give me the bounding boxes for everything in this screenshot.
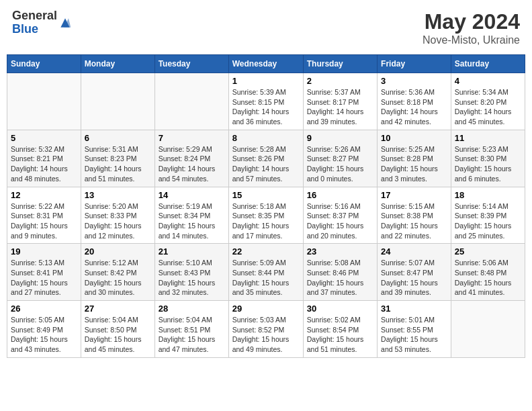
day-info: Sunrise: 5:32 AMSunset: 8:21 PMDaylight:… (11, 144, 77, 184)
day-info: Sunrise: 5:08 AMSunset: 8:46 PMDaylight:… (307, 258, 373, 298)
day-info: Sunrise: 5:39 AMSunset: 8:15 PMDaylight:… (232, 87, 300, 127)
weekday-header-wednesday: Wednesday (228, 55, 303, 73)
calendar-day-cell: 17Sunrise: 5:15 AMSunset: 8:38 PMDayligh… (378, 187, 451, 244)
title-section: May 2024 Nove-Misto, Ukraine (423, 9, 520, 46)
day-info: Sunrise: 5:13 AMSunset: 8:41 PMDaylight:… (11, 258, 77, 298)
calendar-day-cell: 14Sunrise: 5:19 AMSunset: 8:34 PMDayligh… (154, 187, 228, 244)
day-number: 9 (307, 133, 373, 143)
calendar-day-cell: 20Sunrise: 5:12 AMSunset: 8:42 PMDayligh… (81, 244, 154, 301)
calendar-day-cell: 1Sunrise: 5:39 AMSunset: 8:15 PMDaylight… (228, 73, 303, 130)
calendar-day-cell: 4Sunrise: 5:34 AMSunset: 8:20 PMDaylight… (451, 73, 525, 130)
day-info: Sunrise: 5:15 AMSunset: 8:38 PMDaylight:… (381, 201, 447, 241)
day-number: 29 (232, 304, 300, 314)
day-info: Sunrise: 5:16 AMSunset: 8:37 PMDaylight:… (307, 201, 373, 241)
calendar-day-cell: 28Sunrise: 5:04 AMSunset: 8:51 PMDayligh… (154, 301, 228, 358)
day-info: Sunrise: 5:10 AMSunset: 8:43 PMDaylight:… (159, 258, 225, 298)
calendar-table: SundayMondayTuesdayWednesdayThursdayFrid… (7, 54, 525, 358)
weekday-header-row: SundayMondayTuesdayWednesdayThursdayFrid… (7, 55, 525, 73)
day-info: Sunrise: 5:34 AMSunset: 8:20 PMDaylight:… (455, 87, 521, 127)
day-number: 15 (232, 190, 300, 200)
calendar-day-cell: 22Sunrise: 5:09 AMSunset: 8:44 PMDayligh… (228, 244, 303, 301)
calendar-day-cell: 13Sunrise: 5:20 AMSunset: 8:33 PMDayligh… (81, 187, 154, 244)
calendar-day-cell: 30Sunrise: 5:02 AMSunset: 8:54 PMDayligh… (303, 301, 377, 358)
empty-cell (154, 73, 228, 130)
day-info: Sunrise: 5:06 AMSunset: 8:48 PMDaylight:… (455, 258, 521, 298)
calendar-day-cell: 11Sunrise: 5:23 AMSunset: 8:30 PMDayligh… (451, 130, 525, 187)
empty-cell (81, 73, 154, 130)
day-info: Sunrise: 5:28 AMSunset: 8:26 PMDaylight:… (232, 144, 300, 184)
day-number: 20 (85, 246, 151, 257)
calendar-day-cell: 12Sunrise: 5:22 AMSunset: 8:31 PMDayligh… (7, 187, 81, 244)
weekday-header-thursday: Thursday (303, 55, 377, 73)
weekday-header-friday: Friday (378, 55, 451, 73)
day-number: 2 (307, 76, 373, 86)
day-number: 1 (232, 76, 300, 86)
day-info: Sunrise: 5:18 AMSunset: 8:35 PMDaylight:… (232, 201, 300, 241)
day-info: Sunrise: 5:20 AMSunset: 8:33 PMDaylight:… (85, 201, 151, 241)
day-number: 4 (455, 76, 521, 86)
logo-icon (58, 16, 72, 30)
calendar-day-cell: 18Sunrise: 5:14 AMSunset: 8:39 PMDayligh… (451, 187, 525, 244)
day-info: Sunrise: 5:09 AMSunset: 8:44 PMDaylight:… (232, 258, 300, 298)
page-header: General Blue May 2024 Nove-Misto, Ukrain… (7, 7, 525, 49)
calendar-day-cell: 29Sunrise: 5:03 AMSunset: 8:52 PMDayligh… (228, 301, 303, 358)
day-number: 14 (159, 190, 225, 200)
day-number: 13 (85, 190, 151, 200)
day-number: 7 (159, 133, 225, 143)
calendar-day-cell: 26Sunrise: 5:05 AMSunset: 8:49 PMDayligh… (7, 301, 81, 358)
calendar-day-cell: 2Sunrise: 5:37 AMSunset: 8:17 PMDaylight… (303, 73, 377, 130)
calendar-day-cell: 24Sunrise: 5:07 AMSunset: 8:47 PMDayligh… (378, 244, 451, 301)
day-number: 8 (232, 133, 300, 143)
day-number: 24 (381, 246, 447, 257)
logo-general-text: General (12, 9, 57, 23)
day-number: 26 (11, 304, 77, 314)
day-number: 11 (455, 133, 521, 143)
calendar-week-row: 12Sunrise: 5:22 AMSunset: 8:31 PMDayligh… (7, 187, 525, 244)
day-info: Sunrise: 5:14 AMSunset: 8:39 PMDaylight:… (455, 201, 521, 241)
calendar-week-row: 26Sunrise: 5:05 AMSunset: 8:49 PMDayligh… (7, 301, 525, 358)
calendar-day-cell: 16Sunrise: 5:16 AMSunset: 8:37 PMDayligh… (303, 187, 377, 244)
weekday-header-saturday: Saturday (451, 55, 525, 73)
calendar-day-cell: 7Sunrise: 5:29 AMSunset: 8:24 PMDaylight… (154, 130, 228, 187)
calendar-week-row: 19Sunrise: 5:13 AMSunset: 8:41 PMDayligh… (7, 244, 525, 301)
calendar-day-cell: 6Sunrise: 5:31 AMSunset: 8:23 PMDaylight… (81, 130, 154, 187)
day-number: 19 (11, 246, 77, 257)
day-number: 25 (455, 246, 521, 257)
day-number: 16 (307, 190, 373, 200)
calendar-day-cell: 9Sunrise: 5:26 AMSunset: 8:27 PMDaylight… (303, 130, 377, 187)
empty-cell (7, 73, 81, 130)
logo-blue-text: Blue (12, 23, 57, 36)
day-number: 12 (11, 190, 77, 200)
calendar-day-cell: 21Sunrise: 5:10 AMSunset: 8:43 PMDayligh… (154, 244, 228, 301)
day-info: Sunrise: 5:01 AMSunset: 8:55 PMDaylight:… (381, 315, 447, 355)
day-info: Sunrise: 5:04 AMSunset: 8:51 PMDaylight:… (159, 315, 225, 355)
calendar-day-cell: 8Sunrise: 5:28 AMSunset: 8:26 PMDaylight… (228, 130, 303, 187)
calendar-day-cell: 10Sunrise: 5:25 AMSunset: 8:28 PMDayligh… (378, 130, 451, 187)
calendar-day-cell: 5Sunrise: 5:32 AMSunset: 8:21 PMDaylight… (7, 130, 81, 187)
day-info: Sunrise: 5:37 AMSunset: 8:17 PMDaylight:… (307, 87, 373, 127)
weekday-header-monday: Monday (81, 55, 154, 73)
calendar-day-cell: 27Sunrise: 5:04 AMSunset: 8:50 PMDayligh… (81, 301, 154, 358)
day-number: 3 (381, 76, 447, 86)
calendar-week-row: 5Sunrise: 5:32 AMSunset: 8:21 PMDaylight… (7, 130, 525, 187)
day-info: Sunrise: 5:03 AMSunset: 8:52 PMDaylight:… (232, 315, 300, 355)
day-info: Sunrise: 5:07 AMSunset: 8:47 PMDaylight:… (381, 258, 447, 298)
day-number: 27 (85, 304, 151, 314)
day-number: 28 (159, 304, 225, 314)
day-number: 22 (232, 246, 300, 257)
calendar-day-cell: 15Sunrise: 5:18 AMSunset: 8:35 PMDayligh… (228, 187, 303, 244)
weekday-header-sunday: Sunday (7, 55, 81, 73)
day-info: Sunrise: 5:31 AMSunset: 8:23 PMDaylight:… (85, 144, 151, 184)
day-info: Sunrise: 5:26 AMSunset: 8:27 PMDaylight:… (307, 144, 373, 184)
day-info: Sunrise: 5:04 AMSunset: 8:50 PMDaylight:… (85, 315, 151, 355)
day-info: Sunrise: 5:19 AMSunset: 8:34 PMDaylight:… (159, 201, 225, 241)
day-info: Sunrise: 5:29 AMSunset: 8:24 PMDaylight:… (159, 144, 225, 184)
calendar-day-cell: 3Sunrise: 5:36 AMSunset: 8:18 PMDaylight… (378, 73, 451, 130)
calendar-day-cell: 25Sunrise: 5:06 AMSunset: 8:48 PMDayligh… (451, 244, 525, 301)
day-info: Sunrise: 5:05 AMSunset: 8:49 PMDaylight:… (11, 315, 77, 355)
empty-cell (451, 301, 525, 358)
day-number: 18 (455, 190, 521, 200)
calendar-day-cell: 19Sunrise: 5:13 AMSunset: 8:41 PMDayligh… (7, 244, 81, 301)
day-number: 30 (307, 304, 373, 314)
day-number: 23 (307, 246, 373, 257)
